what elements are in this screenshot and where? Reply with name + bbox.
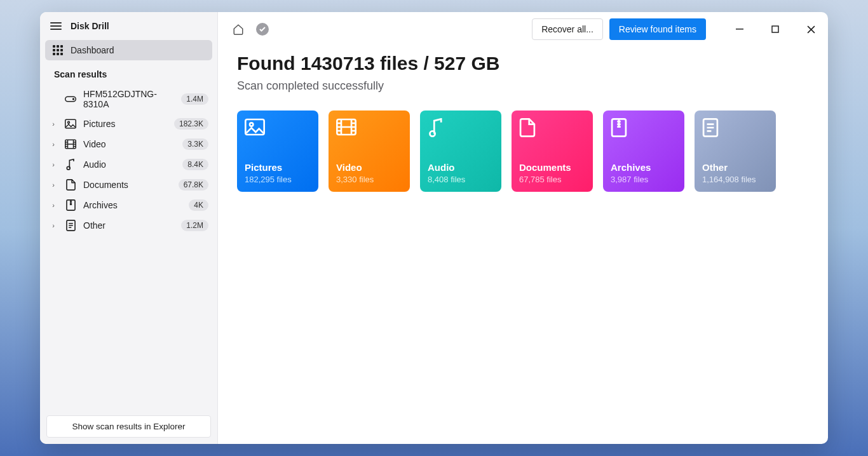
svg-rect-7 — [57, 53, 59, 55]
sidebar-item-documents[interactable]: › Documents 67.8K — [45, 175, 212, 195]
status-check-icon[interactable] — [254, 20, 271, 38]
category-cards: Pictures 182,295 files Video 3,330 files… — [237, 111, 809, 192]
sidebar-list: Dashboard Scan results › HFM512GDJTNG-83… — [40, 40, 217, 409]
drive-icon — [64, 95, 77, 104]
document-icon — [519, 118, 536, 137]
sidebar-bottom: Show scan results in Explorer — [40, 409, 217, 444]
topbar: Recover all... Review found items — [218, 12, 828, 46]
card-count: 3,330 files — [336, 175, 402, 184]
card-count: 1,164,908 files — [702, 175, 768, 184]
sidebar-item-label: Video — [83, 139, 176, 149]
pictures-icon — [245, 118, 265, 136]
file-icon — [64, 220, 77, 231]
svg-point-22 — [430, 131, 435, 136]
card-count: 67,785 files — [519, 175, 585, 184]
app-window: Disk Drill Dashboard Scan results › HFM5… — [40, 12, 828, 444]
chevron-right-icon: › — [49, 161, 58, 168]
card-title: Audio — [428, 162, 494, 173]
svg-point-20 — [250, 123, 253, 126]
chevron-right-icon: › — [49, 201, 58, 209]
video-icon — [64, 139, 77, 149]
sidebar-item-video[interactable]: › Video 3.3K — [45, 134, 212, 154]
card-title: Pictures — [245, 162, 311, 173]
video-icon — [336, 118, 356, 136]
window-close-button[interactable] — [796, 20, 825, 39]
sidebar: Disk Drill Dashboard Scan results › HFM5… — [40, 12, 218, 444]
sidebar-item-label: Other — [83, 220, 175, 231]
svg-rect-4 — [57, 49, 59, 51]
svg-rect-2 — [60, 45, 63, 48]
chevron-right-icon: › — [49, 222, 58, 229]
drive-count-badge: 1.4M — [181, 93, 208, 105]
card-count: 182,295 files — [245, 175, 311, 184]
card-title: Other — [702, 162, 768, 173]
review-found-items-button[interactable]: Review found items — [609, 18, 706, 40]
page-subtitle: Scan completed successfully — [237, 79, 809, 93]
svg-point-14 — [67, 166, 70, 170]
card-pictures[interactable]: Pictures 182,295 files — [237, 111, 318, 192]
home-icon[interactable] — [229, 20, 247, 38]
card-title: Video — [336, 162, 402, 173]
show-in-explorer-button[interactable]: Show scan results in Explorer — [46, 415, 211, 438]
card-count: 3,987 files — [611, 175, 677, 184]
svg-point-12 — [68, 121, 70, 123]
card-audio[interactable]: Audio 8,408 files — [420, 111, 501, 192]
svg-rect-6 — [53, 53, 55, 55]
page-title: Found 1430713 files / 527 GB — [237, 53, 809, 74]
sidebar-item-label: Pictures — [83, 119, 168, 129]
archive-icon — [611, 118, 627, 137]
window-minimize-button[interactable] — [725, 20, 754, 39]
card-archives[interactable]: Archives 3,987 files — [603, 111, 684, 192]
sidebar-item-archives[interactable]: › Archives 4K — [45, 195, 212, 215]
sidebar-drive-row[interactable]: › HFM512GDJTNG-8310A 1.4M — [45, 84, 212, 114]
svg-rect-18 — [772, 26, 778, 32]
count-badge: 4K — [189, 199, 208, 211]
count-badge: 8.4K — [182, 159, 208, 170]
svg-rect-5 — [60, 49, 63, 51]
sidebar-item-dashboard[interactable]: Dashboard — [45, 40, 212, 60]
audio-icon — [64, 159, 77, 170]
count-badge: 3.3K — [182, 138, 208, 150]
pictures-icon — [64, 119, 77, 129]
content: Found 1430713 files / 527 GB Scan comple… — [218, 46, 828, 205]
window-maximize-button[interactable] — [761, 20, 790, 39]
card-title: Documents — [519, 162, 585, 173]
svg-rect-17 — [736, 29, 743, 30]
svg-point-10 — [73, 98, 74, 100]
chevron-right-icon: › — [49, 181, 58, 189]
sidebar-item-pictures[interactable]: › Pictures 182.3K — [45, 114, 212, 134]
sidebar-section-header: Scan results — [45, 60, 212, 84]
svg-rect-0 — [53, 45, 55, 48]
count-badge: 182.3K — [174, 118, 208, 130]
recover-all-button[interactable]: Recover all... — [532, 18, 603, 40]
sidebar-item-audio[interactable]: › Audio 8.4K — [45, 154, 212, 175]
card-count: 8,408 files — [428, 175, 494, 184]
svg-rect-8 — [60, 53, 63, 55]
card-video[interactable]: Video 3,330 files — [329, 111, 410, 192]
main-panel: Recover all... Review found items Found … — [218, 12, 828, 444]
sidebar-header: Disk Drill — [40, 12, 217, 40]
app-title: Disk Drill — [71, 21, 109, 31]
svg-rect-3 — [53, 49, 55, 51]
card-other[interactable]: Other 1,164,908 files — [695, 111, 776, 192]
document-icon — [64, 179, 77, 191]
archive-icon — [64, 199, 77, 211]
card-documents[interactable]: Documents 67,785 files — [512, 111, 593, 192]
svg-rect-1 — [57, 45, 59, 48]
drive-name: HFM512GDJTNG-8310A — [83, 89, 175, 109]
hamburger-icon[interactable] — [50, 22, 62, 30]
chevron-right-icon: › — [49, 140, 58, 148]
card-title: Archives — [611, 162, 677, 173]
count-badge: 67.8K — [179, 179, 208, 191]
count-badge: 1.2M — [181, 220, 208, 231]
sidebar-item-label: Dashboard — [71, 45, 114, 55]
audio-icon — [428, 118, 444, 137]
grid-icon — [53, 45, 63, 55]
sidebar-item-label: Archives — [83, 200, 182, 210]
file-icon — [702, 118, 719, 137]
sidebar-item-label: Audio — [83, 159, 176, 170]
sidebar-item-label: Documents — [83, 180, 172, 190]
chevron-right-icon: › — [49, 120, 58, 128]
sidebar-item-other[interactable]: › Other 1.2M — [45, 215, 212, 236]
